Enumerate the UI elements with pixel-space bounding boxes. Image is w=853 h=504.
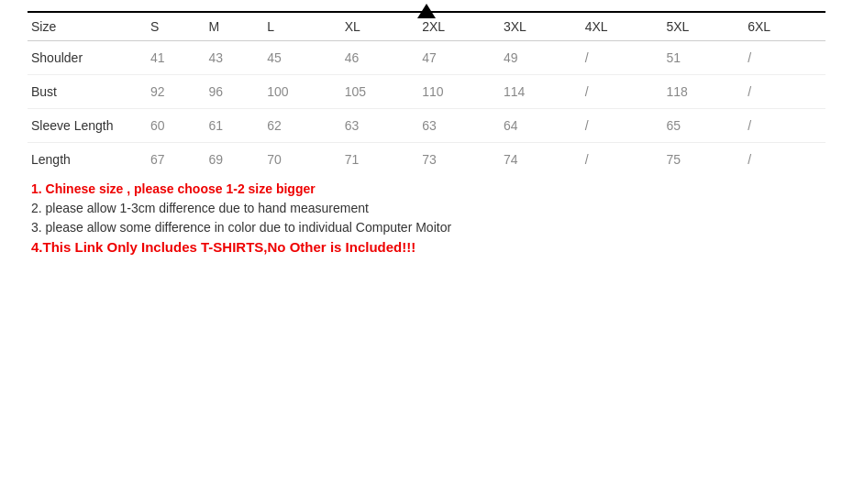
cell-value: 63 [341, 109, 419, 143]
cell-value: / [744, 75, 825, 109]
cell-value: 96 [205, 75, 264, 109]
cell-value: 41 [147, 41, 205, 75]
cell-value: 100 [263, 75, 341, 109]
cell-value: 92 [147, 75, 205, 109]
cell-value: / [582, 75, 663, 109]
table-row: Length676970717374/75/ [28, 143, 825, 177]
cell-value: 114 [500, 75, 582, 109]
size-table: SizeSMLXL2XL3XL4XL5XL6XL Shoulder4143454… [28, 13, 825, 176]
col-header-label: Size [28, 13, 147, 41]
cell-value: 65 [662, 109, 744, 143]
cell-value: / [582, 109, 663, 143]
cell-value: 110 [418, 75, 500, 109]
cell-value: 74 [500, 143, 582, 177]
cell-value: 71 [341, 143, 419, 177]
cell-value: 62 [263, 109, 341, 143]
note-line-1: 1. Chinese size , please choose 1-2 size… [31, 181, 825, 196]
row-label: Length [28, 143, 147, 177]
col-header-size: L [263, 13, 341, 41]
arrow-indicator [417, 4, 436, 18]
cell-value: / [582, 41, 663, 75]
cell-value: 70 [263, 143, 341, 177]
cell-value: 46 [341, 41, 419, 75]
note-line-2: 2. please allow 1-3cm difference due to … [31, 201, 825, 215]
table-row: Sleeve Length606162636364/65/ [28, 109, 825, 143]
cell-value: 43 [205, 41, 264, 75]
cell-value: 64 [500, 109, 582, 143]
col-header-size: M [205, 13, 264, 41]
cell-value: 75 [662, 143, 744, 177]
cell-value: 51 [662, 41, 744, 75]
col-header-size: 3XL [500, 13, 582, 41]
row-label: Sleeve Length [28, 109, 147, 143]
col-header-size: XL [341, 13, 419, 41]
note-line-4: 4.This Link Only Includes T-SHIRTS,No Ot… [31, 239, 825, 255]
cell-value: 49 [500, 41, 582, 75]
col-header-size: 6XL [744, 13, 825, 41]
cell-value: 73 [418, 143, 500, 177]
cell-value: 45 [263, 41, 341, 75]
page-container: SizeSMLXL2XL3XL4XL5XL6XL Shoulder4143454… [0, 0, 853, 504]
cell-value: / [582, 143, 663, 177]
cell-value: 61 [205, 109, 264, 143]
col-header-size: S [147, 13, 205, 41]
cell-value: / [744, 143, 825, 177]
table-row: Bust9296100105110114/118/ [28, 75, 825, 109]
arrow-up-icon [417, 4, 436, 18]
row-label: Bust [28, 75, 147, 109]
cell-value: 63 [418, 109, 500, 143]
cell-value: 60 [147, 109, 205, 143]
cell-value: 69 [205, 143, 264, 177]
cell-value: 105 [341, 75, 419, 109]
cell-value: / [744, 109, 825, 143]
notes-section: 1. Chinese size , please choose 1-2 size… [28, 181, 825, 255]
col-header-size: 5XL [662, 13, 744, 41]
cell-value: / [744, 41, 825, 75]
table-row: Shoulder414345464749/51/ [28, 41, 825, 75]
note-line-3: 3. please allow some difference in color… [31, 220, 825, 235]
cell-value: 47 [418, 41, 500, 75]
cell-value: 118 [662, 75, 744, 109]
row-label: Shoulder [28, 41, 147, 75]
col-header-size: 4XL [582, 13, 663, 41]
cell-value: 67 [147, 143, 205, 177]
